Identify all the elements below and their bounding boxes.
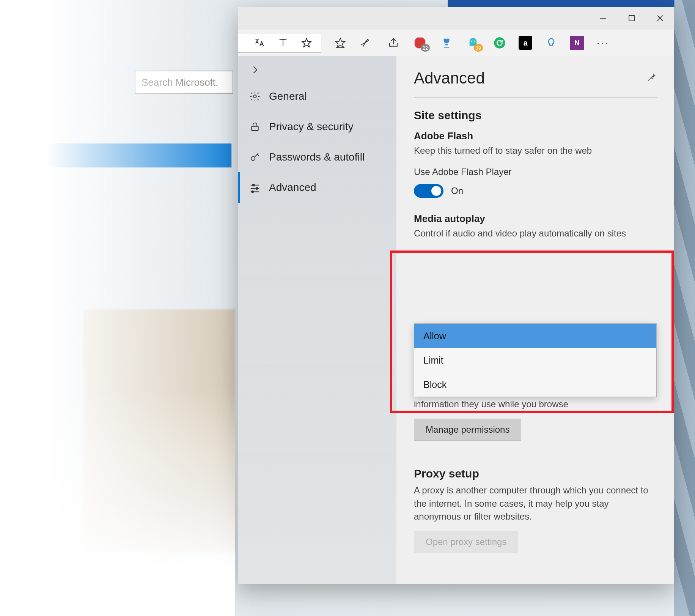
proxy-title: Proxy setup: [414, 467, 657, 480]
gear-icon: [248, 90, 261, 103]
media-desc: Control if audio and video play automati…: [414, 227, 657, 240]
chevron-right-icon: [248, 63, 261, 76]
svg-point-13: [251, 157, 255, 161]
svg-marker-4: [302, 38, 311, 47]
share-icon[interactable]: [386, 35, 401, 50]
window-maximize-button[interactable]: [617, 7, 646, 30]
svg-rect-12: [252, 126, 258, 131]
nav-item-privacy[interactable]: Privacy & security: [238, 112, 396, 142]
more-icon[interactable]: ···: [595, 35, 610, 50]
svg-point-19: [252, 191, 253, 193]
flash-toggle[interactable]: [414, 184, 443, 198]
permissions-desc-fragment: information they use while you browse: [414, 398, 657, 411]
nav-back-chevron[interactable]: [238, 58, 396, 81]
flash-subhead: Adobe Flash: [414, 130, 657, 142]
light-icon[interactable]: [544, 35, 559, 50]
key-icon: [248, 151, 261, 164]
lock-icon: [248, 120, 261, 133]
media-subhead: Media autoplay: [414, 213, 657, 225]
reading-list-icon[interactable]: [275, 35, 291, 50]
svg-point-9: [474, 41, 475, 42]
window-close-button[interactable]: [646, 7, 674, 30]
section-site-settings: Site settings: [414, 109, 657, 122]
nav-label: Passwords & autofill: [269, 151, 365, 163]
nav-label: Privacy & security: [269, 121, 354, 133]
nav-item-general[interactable]: General: [238, 81, 396, 112]
nav-label: Advanced: [269, 181, 316, 194]
sliders-icon: [248, 181, 261, 194]
onenote-icon[interactable]: N: [570, 36, 584, 50]
ghostery-icon[interactable]: 39: [465, 35, 481, 50]
open-proxy-settings-button[interactable]: Open proxy settings: [414, 531, 518, 553]
media-option-block[interactable]: Block: [414, 372, 656, 397]
nav-label: General: [269, 90, 307, 102]
page-search-field[interactable]: Search Microsoft.: [135, 71, 233, 94]
grammarly-icon[interactable]: [492, 35, 507, 50]
flash-desc: Keep this turned off to stay safer on th…: [414, 144, 657, 158]
notes-pen-icon[interactable]: [359, 35, 374, 50]
media-autoplay-dropdown[interactable]: Allow Limit Block: [414, 323, 657, 397]
settings-nav: General Privacy & security Passwords & a…: [238, 56, 396, 584]
window-minimize-button[interactable]: [589, 7, 617, 30]
pin-icon[interactable]: [647, 72, 657, 84]
flash-toggle-state: On: [451, 186, 463, 196]
manage-permissions-button[interactable]: Manage permissions: [414, 419, 521, 441]
media-option-allow[interactable]: Allow: [414, 324, 656, 348]
ghostery-badge: 39: [474, 44, 483, 52]
settings-pane: Advanced Site settings Adobe Flash Keep …: [396, 56, 674, 584]
background-photo: [83, 309, 235, 552]
address-bar-actions: [238, 33, 321, 53]
background-accent-bar: [30, 143, 231, 167]
media-option-limit[interactable]: Limit: [414, 348, 656, 372]
translate-icon[interactable]: [252, 35, 267, 50]
trophy-icon[interactable]: [439, 35, 454, 50]
flash-toggle-label: Use Adobe Flash Player: [414, 167, 657, 177]
browser-window: 22 39 a N ···: [238, 7, 674, 584]
svg-point-15: [253, 184, 255, 186]
nav-item-passwords[interactable]: Passwords & autofill: [238, 142, 396, 172]
amazon-icon[interactable]: a: [519, 36, 532, 50]
proxy-desc: A proxy is another computer through whic…: [414, 484, 657, 523]
nav-item-advanced[interactable]: Advanced: [238, 172, 396, 203]
favorite-star-icon[interactable]: [299, 35, 314, 50]
svg-rect-1: [629, 16, 634, 21]
svg-point-10: [494, 37, 505, 48]
svg-point-11: [253, 95, 256, 98]
svg-marker-5: [336, 38, 345, 47]
pane-title: Advanced: [414, 69, 485, 87]
svg-point-8: [471, 41, 472, 42]
svg-point-17: [256, 187, 258, 189]
adblock-badge: 22: [421, 44, 430, 52]
favorites-star-icon[interactable]: [333, 35, 348, 50]
window-titlebar: [238, 7, 674, 30]
browser-toolbar: 22 39 a N ···: [238, 30, 674, 56]
adblock-icon[interactable]: 22: [412, 35, 428, 50]
